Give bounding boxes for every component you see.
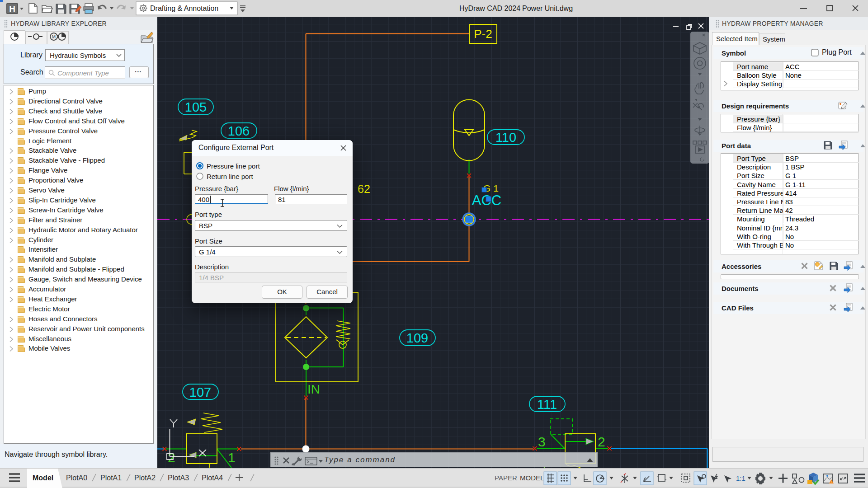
svg-text:110: 110 [495,130,516,145]
svg-text:PlotA1: PlotA1 [100,474,122,482]
svg-text:Drafting & Annotation: Drafting & Annotation [150,5,218,12]
svg-text:Model: Model [33,474,53,482]
svg-text:PlotA4: PlotA4 [202,474,223,482]
svg-text:105: 105 [185,100,207,114]
svg-text:1:1: 1:1 [736,474,745,482]
svg-text:Power Unit.dwg: Power Unit.dwg [522,5,573,12]
svg-text:109: 109 [406,331,428,345]
svg-text:106: 106 [228,124,250,138]
svg-text:1: 1 [228,450,236,465]
svg-text:M: M [52,34,56,39]
svg-text:3: 3 [538,434,546,449]
svg-text:PAPER: PAPER [495,474,517,482]
svg-text:P-2: P-2 [474,27,492,41]
svg-text:!: ! [831,480,832,483]
svg-text:PlotA3: PlotA3 [168,474,189,482]
svg-text:PlotA0: PlotA0 [66,474,87,482]
svg-text:111: 111 [537,397,557,412]
svg-text:2: 2 [598,434,605,449]
svg-text:107: 107 [189,385,211,399]
svg-text:MODEL: MODEL [520,474,544,482]
svg-text:H: H [9,4,15,14]
svg-text:HyDraw CAD 2024: HyDraw CAD 2024 [459,5,520,12]
svg-text:62: 62 [358,183,370,195]
svg-text:2: 2 [168,450,175,465]
svg-text:IN: IN [307,382,320,396]
svg-text:PlotA2: PlotA2 [134,474,156,482]
